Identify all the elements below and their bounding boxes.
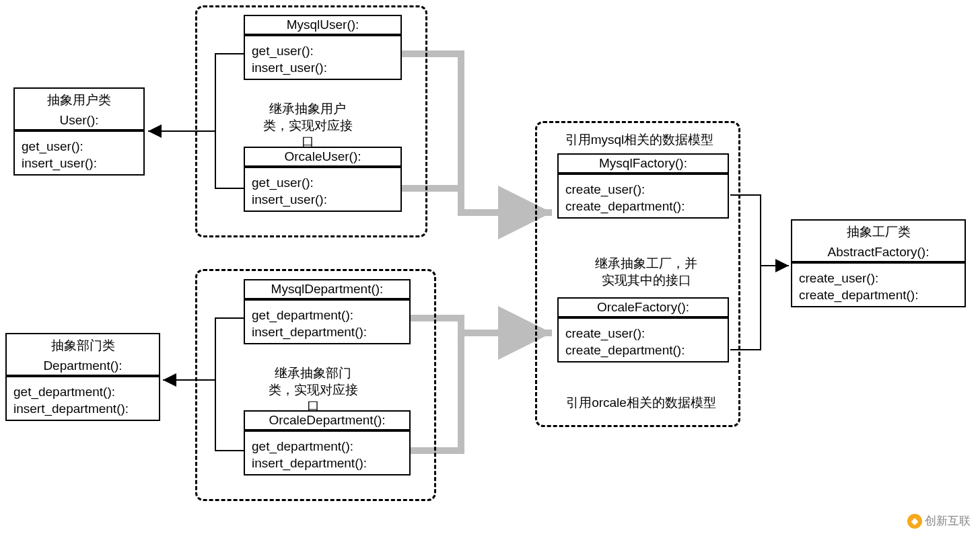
note-oracle-ref: 引用orcale相关的数据模型 (552, 395, 730, 412)
abstract-user-m1: get_user(): (22, 139, 137, 155)
oracle-user-name: OrcaleUser(): (245, 148, 400, 167)
abstract-factory-label: 抽象工厂类 (792, 221, 965, 243)
abstract-user-m2: insert_user(): (22, 155, 137, 172)
abstract-factory-name: AbstractFactory(): (792, 243, 965, 262)
watermark-icon: ◆ (907, 514, 922, 529)
oracle-factory-m2: create_department(): (565, 342, 721, 359)
class-abstract-dept: 抽象部门类 Department(): get_department(): in… (5, 333, 160, 421)
mysql-user-name: MysqlUser(): (245, 16, 400, 35)
mysql-user-m1: get_user(): (252, 43, 394, 60)
oracle-user-m1: get_user(): (252, 175, 394, 192)
abstract-factory-m1: create_user(): (799, 270, 958, 287)
note-user-group: 继承抽象用户 类，实现对应接 口 (244, 101, 372, 151)
class-mysql-dept: MysqlDepartment(): get_department(): ins… (244, 279, 411, 344)
watermark: ◆ 创新互联 (907, 513, 971, 529)
oracle-dept-name: OrcaleDepartment(): (245, 412, 409, 430)
note-mysql-ref: 引用mysql相关的数据模型 (552, 132, 727, 149)
note-factory-inherit: 继承抽象工厂，并 实现其中的接口 (579, 256, 713, 289)
oracle-factory-name: OrcaleFactory(): (559, 299, 728, 317)
abstract-dept-name: Department(): (7, 357, 159, 376)
mysql-dept-m1: get_department(): (252, 307, 403, 324)
class-abstract-user: 抽象用户类 User(): get_user(): insert_user(): (13, 87, 145, 176)
oracle-dept-m2: insert_department(): (252, 455, 403, 472)
abstract-dept-m1: get_department(): (13, 384, 152, 401)
abstract-user-name: User(): (15, 112, 143, 130)
mysql-factory-name: MysqlFactory(): (559, 155, 728, 174)
class-oracle-factory: OrcaleFactory(): create_user(): create_d… (557, 297, 729, 363)
mysql-user-m2: insert_user(): (252, 60, 394, 77)
class-oracle-user: OrcaleUser(): get_user(): insert_user(): (244, 147, 402, 212)
class-mysql-factory: MysqlFactory(): create_user(): create_de… (557, 153, 729, 219)
abstract-user-label: 抽象用户类 (15, 89, 143, 112)
oracle-user-m2: insert_user(): (252, 192, 394, 208)
note-dept-group: 继承抽象部门 类，实现对应接 口 (249, 365, 377, 415)
mysql-dept-name: MysqlDepartment(): (245, 280, 409, 299)
class-oracle-dept: OrcaleDepartment(): get_department(): in… (244, 410, 411, 475)
oracle-factory-m1: create_user(): (565, 326, 721, 342)
abstract-factory-m2: create_department(): (799, 287, 958, 304)
abstract-dept-label: 抽象部门类 (7, 334, 159, 357)
mysql-factory-m2: create_department(): (565, 198, 721, 215)
abstract-dept-m2: insert_department(): (13, 401, 152, 418)
watermark-text: 创新互联 (925, 513, 971, 529)
class-mysql-user: MysqlUser(): get_user(): insert_user(): (244, 15, 402, 80)
mysql-factory-m1: create_user(): (565, 182, 721, 198)
oracle-dept-m1: get_department(): (252, 438, 403, 455)
class-abstract-factory: 抽象工厂类 AbstractFactory(): create_user(): … (791, 219, 966, 307)
mysql-dept-m2: insert_department(): (252, 324, 403, 341)
